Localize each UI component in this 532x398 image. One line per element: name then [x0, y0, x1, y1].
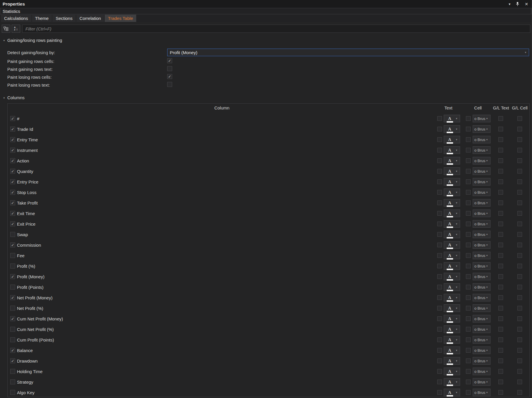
cell-brush-enabled-checkbox[interactable]: [466, 390, 471, 395]
text-color-enabled-checkbox[interactable]: [437, 337, 442, 342]
text-color-dropdown[interactable]: A ▼: [444, 368, 460, 375]
cell-brush-enabled-checkbox[interactable]: [466, 190, 471, 195]
gl-cell-checkbox[interactable]: [517, 327, 522, 332]
chevron-down-icon[interactable]: ▾: [509, 2, 510, 6]
text-color-enabled-checkbox[interactable]: [437, 158, 442, 163]
tab-calculations[interactable]: Calculations: [1, 15, 31, 22]
text-color-dropdown[interactable]: A ▼: [444, 262, 460, 270]
cell-brush-dropdown[interactable]: o Brus ▼: [473, 136, 490, 143]
gl-text-checkbox[interactable]: [498, 348, 503, 353]
gl-text-checkbox[interactable]: [498, 179, 503, 184]
text-color-enabled-checkbox[interactable]: [437, 274, 442, 279]
sort-alphabetical-button[interactable]: AZ↓: [12, 25, 20, 33]
text-color-enabled-checkbox[interactable]: [437, 369, 442, 374]
gl-text-checkbox[interactable]: [498, 316, 503, 321]
cell-brush-dropdown[interactable]: o Brus ▼: [473, 220, 490, 228]
cell-brush-dropdown[interactable]: o Brus ▼: [473, 210, 490, 217]
gl-text-checkbox[interactable]: [498, 190, 503, 195]
cell-brush-enabled-checkbox[interactable]: [466, 369, 471, 374]
cell-brush-dropdown[interactable]: o Brus ▼: [473, 178, 490, 186]
gl-text-checkbox[interactable]: [498, 380, 503, 384]
categorize-view-button[interactable]: [2, 25, 10, 33]
cell-brush-dropdown[interactable]: o Brus ▼: [473, 146, 490, 154]
text-color-dropdown[interactable]: A ▼: [444, 325, 460, 333]
gl-cell-checkbox[interactable]: [517, 179, 522, 184]
cell-brush-dropdown[interactable]: o Brus ▼: [473, 199, 490, 207]
text-color-dropdown[interactable]: A ▼: [444, 199, 460, 207]
text-color-dropdown[interactable]: A ▼: [444, 273, 460, 280]
tab-theme[interactable]: Theme: [32, 15, 52, 22]
column-enabled-checkbox[interactable]: [10, 232, 15, 237]
text-color-enabled-checkbox[interactable]: [437, 316, 442, 321]
text-color-enabled-checkbox[interactable]: [437, 127, 442, 131]
column-enabled-checkbox[interactable]: [10, 348, 15, 353]
cell-brush-enabled-checkbox[interactable]: [466, 337, 471, 342]
text-color-dropdown[interactable]: A ▼: [444, 252, 460, 259]
cell-brush-enabled-checkbox[interactable]: [466, 243, 471, 247]
tab-trades-table[interactable]: Trades Table: [105, 15, 136, 22]
text-color-enabled-checkbox[interactable]: [437, 306, 442, 310]
cell-brush-enabled-checkbox[interactable]: [466, 211, 471, 216]
text-color-enabled-checkbox[interactable]: [437, 169, 442, 174]
cell-brush-enabled-checkbox[interactable]: [466, 127, 471, 131]
text-color-dropdown[interactable]: A ▼: [444, 315, 460, 322]
gl-cell-checkbox[interactable]: [517, 222, 522, 226]
gl-text-checkbox[interactable]: [498, 232, 503, 237]
cell-brush-dropdown[interactable]: o Brus ▼: [473, 389, 490, 396]
filter-input[interactable]: [23, 25, 530, 32]
text-color-dropdown[interactable]: A ▼: [444, 389, 460, 396]
gl-cell-checkbox[interactable]: [517, 200, 522, 205]
column-enabled-checkbox[interactable]: [10, 274, 15, 279]
text-color-enabled-checkbox[interactable]: [437, 348, 442, 353]
text-color-enabled-checkbox[interactable]: [437, 190, 442, 195]
text-color-enabled-checkbox[interactable]: [437, 264, 442, 268]
gl-cell-checkbox[interactable]: [517, 148, 522, 152]
column-enabled-checkbox[interactable]: [10, 380, 15, 385]
column-enabled-checkbox[interactable]: [10, 116, 15, 121]
cell-brush-enabled-checkbox[interactable]: [466, 306, 471, 310]
cell-brush-dropdown[interactable]: o Brus ▼: [473, 378, 490, 386]
gl-cell-checkbox[interactable]: [517, 380, 522, 384]
text-color-enabled-checkbox[interactable]: [437, 253, 442, 258]
text-color-enabled-checkbox[interactable]: [437, 179, 442, 184]
cell-brush-enabled-checkbox[interactable]: [466, 253, 471, 258]
cell-brush-enabled-checkbox[interactable]: [466, 158, 471, 163]
cell-brush-dropdown[interactable]: o Brus ▼: [473, 336, 490, 344]
gl-text-checkbox[interactable]: [498, 158, 503, 163]
cell-brush-enabled-checkbox[interactable]: [466, 148, 471, 152]
cell-brush-enabled-checkbox[interactable]: [466, 380, 471, 384]
gl-text-checkbox[interactable]: [498, 327, 503, 332]
cell-brush-dropdown[interactable]: o Brus ▼: [473, 346, 490, 354]
gl-cell-checkbox[interactable]: [517, 390, 522, 395]
cell-brush-enabled-checkbox[interactable]: [466, 200, 471, 205]
gl-text-checkbox[interactable]: [498, 264, 503, 268]
column-enabled-checkbox[interactable]: [10, 295, 15, 300]
text-color-dropdown[interactable]: A ▼: [444, 231, 460, 238]
text-color-enabled-checkbox[interactable]: [437, 390, 442, 395]
column-enabled-checkbox[interactable]: [10, 243, 15, 248]
tab-sections[interactable]: Sections: [52, 15, 76, 22]
cell-brush-dropdown[interactable]: o Brus ▼: [473, 252, 490, 259]
text-color-enabled-checkbox[interactable]: [437, 148, 442, 152]
gl-text-checkbox[interactable]: [498, 137, 503, 142]
gl-text-checkbox[interactable]: [498, 116, 503, 121]
column-enabled-checkbox[interactable]: [10, 358, 15, 363]
column-enabled-checkbox[interactable]: [10, 190, 15, 195]
cell-brush-enabled-checkbox[interactable]: [466, 358, 471, 363]
gl-text-checkbox[interactable]: [498, 243, 503, 247]
column-enabled-checkbox[interactable]: [10, 169, 15, 174]
cell-brush-dropdown[interactable]: o Brus ▼: [473, 357, 490, 365]
column-enabled-checkbox[interactable]: [10, 222, 15, 227]
column-enabled-checkbox[interactable]: [10, 327, 15, 332]
detect-by-dropdown[interactable]: Profit (Money) ▼: [167, 49, 529, 56]
cell-brush-dropdown[interactable]: o Brus ▼: [473, 241, 490, 249]
text-color-enabled-checkbox[interactable]: [437, 380, 442, 384]
text-color-dropdown[interactable]: A ▼: [444, 304, 460, 312]
text-color-dropdown[interactable]: A ▼: [444, 136, 460, 143]
cell-brush-dropdown[interactable]: o Brus ▼: [473, 167, 490, 175]
gl-text-checkbox[interactable]: [498, 200, 503, 205]
section-columns-header[interactable]: ▲ Columns: [3, 95, 25, 100]
gl-cell-checkbox[interactable]: [517, 116, 522, 121]
column-enabled-checkbox[interactable]: [10, 179, 15, 184]
text-color-dropdown[interactable]: A ▼: [444, 210, 460, 217]
